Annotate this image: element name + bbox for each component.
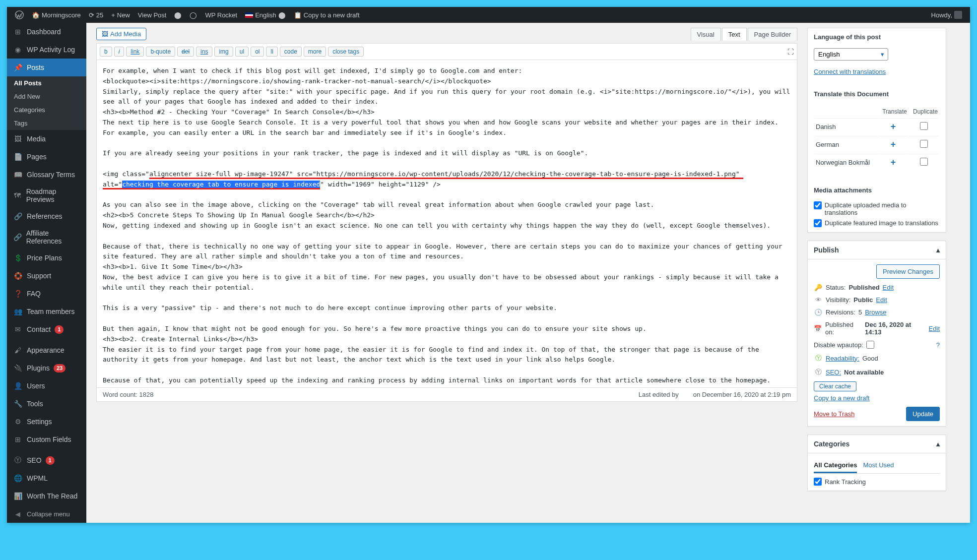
update-button[interactable]: Update	[906, 407, 940, 421]
yoast-icon[interactable]: ⬤	[170, 7, 186, 23]
tab-visual[interactable]: Visual	[691, 28, 721, 41]
howdy-user[interactable]: Howdy,	[927, 7, 966, 23]
fields-icon: ⊞	[13, 435, 23, 444]
sidebar-add-new[interactable]: Add New	[7, 90, 86, 103]
qt-i[interactable]: i	[114, 47, 125, 57]
sidebar-activity-log[interactable]: ◉WP Activity Log	[7, 41, 86, 59]
qt-bquote[interactable]: b-quote	[146, 47, 175, 57]
content-editor[interactable]: For example, when I want to check if thi…	[97, 60, 797, 387]
duplicate-german[interactable]	[920, 140, 928, 148]
circle-icon[interactable]: ◯	[186, 7, 201, 23]
qt-b[interactable]: b	[100, 47, 112, 57]
scrollbar[interactable]	[956, 28, 960, 523]
translate-german[interactable]: +	[878, 136, 908, 153]
dup-featured-checkbox[interactable]	[814, 219, 822, 227]
sidebar-custom-fields[interactable]: ⊞Custom Fields	[7, 431, 86, 448]
media-icon: 🖼	[102, 30, 108, 38]
qt-li[interactable]: li	[266, 47, 277, 57]
qt-del[interactable]: del	[177, 47, 194, 57]
clear-cache-button[interactable]: Clear cache	[814, 381, 856, 391]
qt-ol[interactable]: ol	[251, 47, 264, 57]
updates[interactable]: ⟳ 25	[85, 7, 107, 23]
publish-title[interactable]: Publish▴	[808, 241, 946, 259]
fullscreen-icon[interactable]: ⛶	[787, 48, 794, 56]
browse-revisions[interactable]: Browse	[865, 309, 886, 316]
category-rank-tracking[interactable]	[814, 478, 822, 486]
duplicate-norwegian[interactable]	[920, 158, 928, 166]
users-icon: 👤	[13, 381, 23, 391]
sidebar-collapse[interactable]: ◀Collapse menu	[7, 505, 86, 523]
sidebar-seo[interactable]: ⓎSEO 1	[7, 451, 86, 469]
dup-media-checkbox[interactable]	[814, 201, 822, 209]
sidebar-roadmap[interactable]: 🗺Roadmap Previews	[7, 184, 86, 207]
qt-more[interactable]: more	[304, 47, 326, 57]
sidebar-wpml[interactable]: 🌐WPML	[7, 469, 86, 487]
faq-icon: ❓	[13, 289, 23, 299]
last-edited: Last edited by on December 16, 2020 at 2…	[639, 391, 791, 398]
edit-status[interactable]: Edit	[883, 284, 894, 291]
sidebar-dashboard[interactable]: ⊞Dashboard	[7, 23, 86, 41]
translate-title: Translate this Document	[814, 90, 889, 98]
sidebar-tags[interactable]: Tags	[7, 117, 86, 130]
sidebar-plugins[interactable]: 🔌Plugins 23	[7, 359, 86, 377]
book-icon: 📖	[13, 170, 23, 180]
sidebar-faq[interactable]: ❓FAQ	[7, 285, 86, 303]
log-icon: ◉	[13, 45, 23, 55]
help-icon[interactable]: ?	[936, 341, 940, 349]
qt-link[interactable]: link	[126, 47, 144, 57]
sidebar-price-plans[interactable]: 💲Price Plans	[7, 249, 86, 267]
language-select[interactable]: English	[814, 48, 888, 61]
wp-rocket[interactable]: WP Rocket	[201, 7, 241, 23]
brush-icon: 🖌	[13, 345, 23, 355]
add-media-button[interactable]: 🖼Add Media	[96, 28, 146, 40]
sidebar-pages[interactable]: 📄Pages	[7, 148, 86, 166]
sidebar-team[interactable]: 👥Team members	[7, 303, 86, 320]
tab-most-used[interactable]: Most Used	[863, 458, 894, 473]
copy-draft-link[interactable]: Copy to a new draft	[814, 394, 870, 402]
qt-img[interactable]: img	[214, 47, 233, 57]
sidebar-affiliate[interactable]: 🔗Affiliate References	[7, 225, 86, 249]
avatar	[954, 11, 962, 19]
sidebar-media[interactable]: 🖼Media	[7, 130, 86, 148]
dashboard-icon: ⊞	[13, 27, 23, 37]
qt-code[interactable]: code	[280, 47, 302, 57]
language-switcher[interactable]: English ⬤	[241, 7, 290, 23]
sidebar-settings[interactable]: ⚙Settings	[7, 413, 86, 431]
sidebar-categories[interactable]: Categories	[7, 103, 86, 117]
qt-ins[interactable]: ins	[196, 47, 212, 57]
site-name[interactable]: 🏠 Morningscore	[28, 7, 85, 23]
sidebar-appearance[interactable]: 🖌Appearance	[7, 341, 86, 359]
sidebar-posts[interactable]: 📌Posts	[7, 59, 86, 76]
copy-to-draft[interactable]: 📋 Copy to a new draft	[290, 7, 364, 23]
sidebar-glossary[interactable]: 📖Glossary Terms	[7, 166, 86, 184]
revisions-icon: 🕒	[814, 309, 823, 316]
sidebar-references[interactable]: 🔗References	[7, 207, 86, 225]
tools-icon: 🔧	[13, 399, 23, 409]
sidebar-tools[interactable]: 🔧Tools	[7, 395, 86, 413]
disable-wpautop-checkbox[interactable]	[866, 341, 874, 349]
translate-danish[interactable]: +	[878, 118, 908, 135]
tab-pagebuilder[interactable]: Page Builder	[748, 28, 797, 41]
view-post[interactable]: View Post	[134, 7, 171, 23]
categories-title[interactable]: Categories▴	[808, 435, 946, 453]
translate-norwegian[interactable]: +	[878, 154, 908, 171]
preview-button[interactable]: Preview Changes	[876, 264, 940, 279]
edit-date[interactable]: Edit	[929, 325, 940, 332]
duplicate-danish[interactable]	[920, 122, 928, 130]
sidebar-contact[interactable]: ✉Contact 1	[7, 320, 86, 338]
eye-icon: 👁	[814, 296, 823, 304]
sidebar-all-posts[interactable]: All Posts	[7, 76, 86, 90]
key-icon: 🔑	[814, 284, 823, 291]
tab-text[interactable]: Text	[722, 28, 747, 41]
qt-close[interactable]: close tags	[328, 47, 364, 57]
sidebar-support[interactable]: 🛟Support	[7, 267, 86, 285]
move-to-trash[interactable]: Move to Trash	[814, 410, 854, 418]
sidebar-worth-read[interactable]: 📊Worth The Read	[7, 487, 86, 505]
qt-ul[interactable]: ul	[235, 47, 249, 57]
tab-all-categories[interactable]: All Categories	[814, 458, 857, 473]
wp-logo[interactable]	[11, 7, 28, 23]
connect-translations-link[interactable]: Connect with translations	[814, 68, 886, 75]
edit-visibility[interactable]: Edit	[876, 296, 887, 304]
new-content[interactable]: + New	[107, 7, 134, 23]
sidebar-users[interactable]: 👤Users	[7, 377, 86, 395]
